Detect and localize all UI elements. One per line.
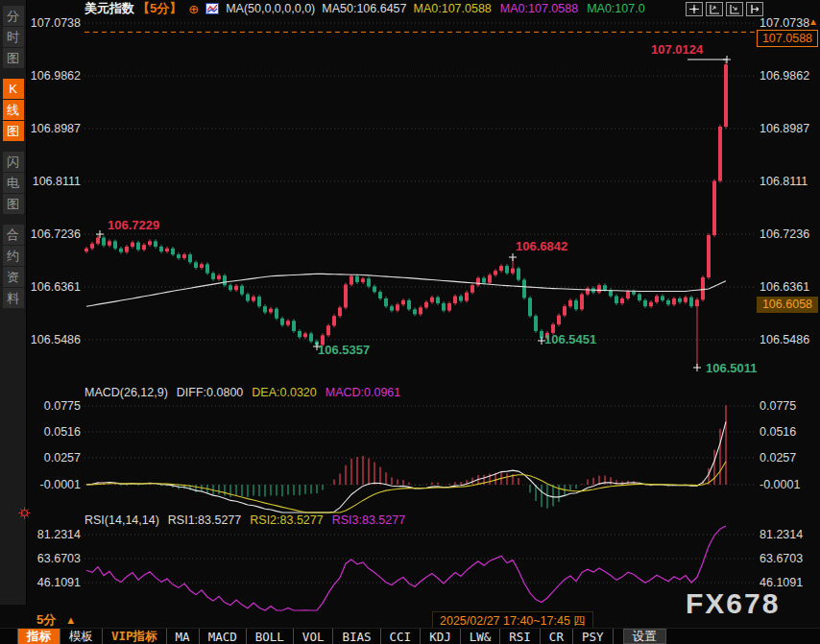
toolbar-button-MACD[interactable]: MACD [200, 629, 247, 644]
macd-axis-label-right: 0.0257 [760, 450, 819, 465]
tab-char: 约 [3, 246, 24, 266]
toolbar-button-VOL[interactable]: VOL [294, 629, 334, 644]
highlighted-price-level: 106.6058 [757, 297, 818, 313]
price-axis-label-left: 106.6361 [0, 279, 81, 295]
tab-char: 图 [3, 194, 24, 214]
footer-period-label: 5分 [36, 612, 56, 627]
macd-axis-label-right: 0.0775 [760, 398, 819, 414]
pan-right-icon[interactable] [746, 2, 763, 16]
scale-left-icon[interactable] [706, 2, 723, 16]
indicator-value-label: MACD:0.0961 [326, 386, 401, 399]
toolbar-button-BOLL[interactable]: BOLL [247, 629, 294, 644]
mini-chart-icon [205, 3, 219, 14]
ma-values-group: MA0:107.0588MA0:107.0588MA0:107.0 [414, 2, 645, 15]
indicator-value-label: DEA:0.0320 [252, 386, 316, 399]
rsi-axis-label-left: 46.1091 [0, 575, 81, 590]
price-annotation: 106.5357 [318, 343, 370, 357]
toolbar-button-CCI[interactable]: CCI [381, 629, 422, 644]
price-axis-label-left: 106.8987 [0, 121, 81, 136]
chart-canvas[interactable] [0, 0, 820, 644]
chart-header-bar: 美元指数【5分】 ⊕ MA(50,0,0,0,0,0) MA50:106.645… [84, 0, 645, 17]
macd-axis-label-left: 0.0775 [0, 398, 81, 414]
macd-header: MACD(26,12,9)DIFF:0.0800DEA:0.0320MACD:0… [84, 386, 400, 399]
ma-settings-label: MA(50,0,0,0,0,0) [226, 2, 315, 15]
macd-axis-label-left: 0.0516 [0, 424, 81, 440]
macd-axis-label-left: -0.0001 [0, 477, 81, 492]
rsi-axis-label-right: 63.6703 [760, 551, 819, 566]
price-axis-label-right: 106.8987 [760, 121, 819, 136]
macd-axis-label-right: -0.0001 [760, 477, 819, 492]
toolbar-button-LW&[interactable]: LW& [461, 629, 501, 644]
tab-char: 线 [3, 100, 24, 120]
period-dropdown-arrow-icon: ▲ [65, 614, 76, 626]
indicator-value-label: RSI2:83.5277 [250, 513, 323, 527]
price-annotation: 106.5451 [544, 332, 596, 346]
indicator-value-label: RSI1:83.5277 [168, 513, 241, 527]
footer-period[interactable]: 5分▲ [36, 611, 76, 629]
price-axis-label-right: 106.5486 [760, 332, 819, 347]
period-tag: 【5分】 [137, 0, 181, 17]
toolbar-button-BIAS[interactable]: BIAS [333, 629, 380, 644]
ma-value: MA0:107.0588 [414, 2, 492, 15]
symbol-title: 美元指数 [84, 0, 134, 17]
price-axis-label-left: 106.5486 [0, 332, 81, 347]
rsi-axis-label-right: 46.1091 [760, 575, 819, 590]
toolbar-button-VIP指标[interactable]: VIP指标 [103, 629, 167, 644]
price-axis-label-right: 107.0738 [760, 15, 819, 31]
scale-right-icon[interactable] [726, 2, 743, 16]
indicator-value-label: RSI3:83.5277 [332, 513, 405, 527]
trading-app-window: 美元指数【5分】 ⊕ MA(50,0,0,0,0,0) MA50:106.645… [0, 0, 820, 644]
ma-value: MA0:107.0588 [500, 2, 578, 15]
price-annotation: 106.7229 [108, 218, 159, 232]
rsi-axis-label-right: 81.2314 [760, 527, 819, 542]
toolbar-button-指标[interactable]: 指标 [17, 629, 60, 644]
price-annotation: 107.0124 [651, 42, 703, 57]
macd-axis-label-right: 0.0516 [760, 424, 819, 440]
ma50-value: MA50:106.6457 [322, 2, 406, 15]
current-price-badge: 107.0588 [757, 30, 818, 47]
macd-axis-label-left: 0.0257 [0, 450, 81, 465]
tab-char: 图 [3, 48, 24, 68]
crosshair-move-icon[interactable] [686, 2, 703, 16]
indicator-toolbar: 指标模板VIP指标MAMACDBOLLVOLBIASCCIKDJLW&RSICR… [0, 628, 820, 644]
price-axis-label-left: 106.9862 [0, 68, 81, 83]
indicator-value-label: RSI(14,14,14) [84, 513, 159, 527]
price-axis-label-right: 106.6361 [760, 279, 819, 295]
price-axis-label-right: 106.7236 [760, 227, 819, 242]
toolbar-button-PSY[interactable]: PSY [573, 629, 614, 644]
tab-char: 闪 [3, 152, 24, 172]
toolbar-button-模板[interactable]: 模板 [60, 629, 103, 644]
price-axis-label-left: 106.7236 [0, 227, 81, 242]
price-axis-label-right: 106.8111 [760, 174, 819, 189]
toolbar-button-MA[interactable]: MA [167, 629, 200, 644]
indicator-marker-icon [18, 506, 31, 523]
ma-value: MA0:107.0 [587, 2, 644, 15]
indicator-value-label: MACD(26,12,9) [84, 386, 168, 399]
price-axis-label-right: 106.9862 [760, 68, 819, 83]
chart-toolbar-icons [686, 2, 763, 16]
rsi-axis-label-left: 81.2314 [0, 527, 81, 542]
indicator-value-label: DIFF:0.0800 [177, 386, 243, 399]
toolbar-button-CR[interactable]: CR [541, 629, 573, 644]
price-axis-label-left: 106.8111 [0, 174, 81, 189]
toolbar-button-RSI[interactable]: RSI [500, 629, 541, 644]
add-compare-icon[interactable]: ⊕ [188, 3, 199, 15]
toolbar-button-设置[interactable]: 设置 [623, 629, 666, 644]
toolbar-button-KDJ[interactable]: KDJ [421, 629, 461, 644]
watermark: FX678 [686, 587, 780, 620]
price-annotation: 106.5011 [706, 361, 758, 375]
rsi-header: RSI(14,14,14)RSI1:83.5277RSI2:83.5277RSI… [84, 513, 405, 527]
price-annotation: 106.6842 [516, 239, 567, 253]
price-axis-label-left: 107.0738 [0, 15, 81, 31]
rsi-axis-label-left: 63.6703 [0, 551, 81, 566]
